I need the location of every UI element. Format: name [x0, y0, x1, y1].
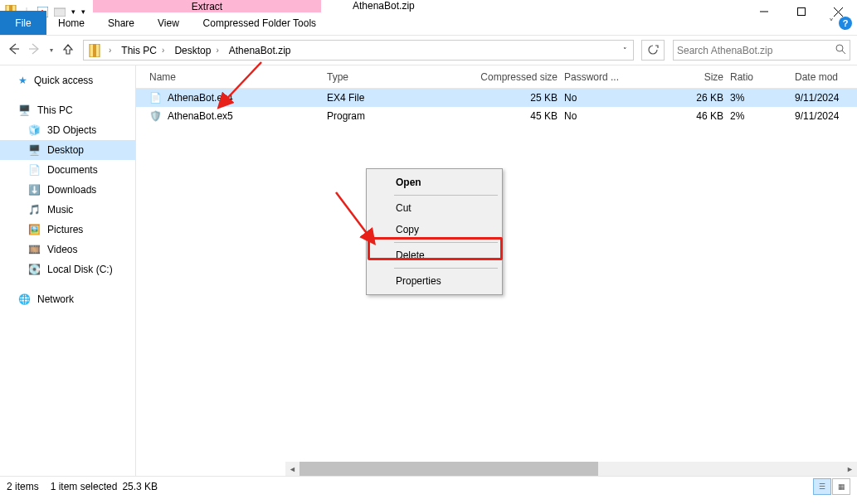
- breadcrumb-sep[interactable]: ›: [158, 46, 168, 55]
- sidebar-network[interactable]: 🌐Network: [0, 289, 135, 309]
- breadcrumb-sep[interactable]: ›: [212, 46, 222, 55]
- file-row[interactable]: 🛡️ AthenaBot.ex5 Program 45 KB No 46 KB …: [136, 107, 857, 125]
- sidebar-item-downloads[interactable]: ⬇️Downloads: [0, 180, 135, 200]
- network-icon: 🌐: [18, 293, 31, 305]
- file-password: No: [564, 92, 627, 104]
- scroll-thumb[interactable]: [299, 462, 598, 476]
- disk-icon: 💽: [28, 264, 41, 275]
- file-tab[interactable]: File: [0, 11, 46, 35]
- sidebar-item-music[interactable]: 🎵Music: [0, 200, 135, 220]
- ribbon-caret-icon[interactable]: ˅: [829, 17, 834, 29]
- file-password: No: [564, 110, 627, 122]
- address-dropdown-icon[interactable]: ˅: [616, 46, 633, 55]
- horizontal-scrollbar[interactable]: ◄ ►: [285, 462, 857, 476]
- status-selected-size: 25.3 KB: [122, 481, 158, 492]
- help-icon[interactable]: ?: [839, 17, 852, 30]
- sidebar-item-videos[interactable]: 🎞️Videos: [0, 240, 135, 259]
- refresh-button[interactable]: [641, 40, 665, 61]
- status-item-count: 2 items: [7, 481, 39, 492]
- breadcrumb-athenabot[interactable]: AthenaBot.zip: [222, 45, 293, 56]
- sidebar-item-3d-objects[interactable]: 🧊3D Objects: [0, 120, 135, 140]
- column-header-ratio[interactable]: Ratio: [730, 71, 795, 83]
- this-pc-icon: 🖥️: [18, 104, 31, 116]
- sidebar-item-desktop[interactable]: 🖥️Desktop: [0, 140, 135, 160]
- share-tab[interactable]: Share: [96, 11, 146, 35]
- context-menu-open[interactable]: Open: [369, 172, 499, 193]
- file-icon: 🛡️: [149, 110, 168, 122]
- search-input[interactable]: Search AthenaBot.zip: [673, 40, 850, 61]
- folder-icon: ⬇️: [28, 184, 41, 196]
- svg-line-13: [842, 51, 845, 54]
- sidebar-item-local-disk[interactable]: 💽Local Disk (C:): [0, 259, 135, 279]
- scroll-left-icon[interactable]: ◄: [285, 465, 299, 473]
- quick-access-icon: ★: [18, 75, 27, 86]
- forward-button[interactable]: [28, 42, 41, 58]
- file-name: AthenaBot.ex4: [168, 92, 327, 104]
- home-tab[interactable]: Home: [46, 11, 96, 35]
- view-details-button[interactable]: ☰: [813, 478, 831, 495]
- file-ratio: 3%: [730, 92, 795, 104]
- column-header-date-modified[interactable]: Date mod: [795, 71, 857, 83]
- view-tab[interactable]: View: [146, 11, 191, 35]
- breadcrumb-sep[interactable]: ›: [105, 46, 114, 55]
- sidebar-this-pc[interactable]: 🖥️This PC: [0, 100, 135, 120]
- file-type: EX4 File: [327, 92, 458, 104]
- file-compressed-size: 45 KB: [458, 110, 564, 122]
- context-menu-cut[interactable]: Cut: [369, 197, 499, 219]
- file-date: 9/11/2024: [795, 110, 857, 122]
- file-icon: 📄: [149, 92, 168, 104]
- file-size: 26 KB: [627, 92, 730, 104]
- search-placeholder: Search AthenaBot.zip: [677, 45, 835, 56]
- file-compressed-size: 25 KB: [458, 92, 564, 104]
- column-header-compressed-size[interactable]: Compressed size: [458, 71, 564, 83]
- breadcrumb-desktop[interactable]: Desktop: [168, 45, 212, 56]
- column-header-size[interactable]: Size: [627, 71, 730, 83]
- status-bar: 2 items 1 item selected 25.3 KB ☰ ▦: [0, 476, 857, 497]
- svg-point-12: [836, 45, 843, 51]
- context-menu-separator: [394, 268, 498, 269]
- search-icon: [835, 44, 846, 57]
- folder-icon: 🎞️: [28, 244, 41, 255]
- sidebar-item-pictures[interactable]: 🖼️Pictures: [0, 220, 135, 240]
- compressed-folder-tools-tab[interactable]: Compressed Folder Tools: [192, 11, 328, 36]
- context-menu: Open Cut Copy Delete Properties: [366, 168, 503, 295]
- column-header-name[interactable]: Name: [149, 71, 327, 83]
- sidebar-item-documents[interactable]: 📄Documents: [0, 160, 135, 180]
- file-size: 46 KB: [627, 110, 730, 122]
- column-headers-row: Name Type Compressed size Password ... S…: [136, 65, 857, 89]
- column-header-type[interactable]: Type: [327, 71, 458, 83]
- status-selected-count: 1 item selected: [51, 481, 118, 492]
- address-folder-icon: [84, 44, 105, 57]
- maximize-button[interactable]: [782, 0, 820, 23]
- annotation-highlight-copy: [368, 237, 503, 260]
- navigation-pane: ★Quick access 🖥️This PC 🧊3D Objects 🖥️De…: [0, 65, 136, 476]
- file-name: AthenaBot.ex5: [168, 110, 327, 122]
- view-thumbnails-button[interactable]: ▦: [832, 478, 850, 495]
- back-button[interactable]: [7, 42, 20, 58]
- svg-rect-11: [93, 44, 96, 57]
- up-button[interactable]: [61, 42, 75, 58]
- recent-dropdown-icon[interactable]: ▾: [50, 46, 53, 54]
- file-ratio: 2%: [730, 110, 795, 122]
- context-menu-separator: [394, 195, 498, 196]
- file-type: Program: [327, 110, 458, 122]
- column-header-password[interactable]: Password ...: [564, 71, 627, 83]
- file-row[interactable]: 📄 AthenaBot.ex4 EX4 File 25 KB No 26 KB …: [136, 89, 857, 107]
- minimize-button[interactable]: [745, 0, 782, 23]
- sidebar-quick-access[interactable]: ★Quick access: [0, 70, 135, 90]
- address-bar[interactable]: › This PC › Desktop › AthenaBot.zip ˅: [83, 40, 634, 61]
- file-date: 9/11/2024: [795, 92, 857, 104]
- folder-icon: 🖼️: [28, 224, 41, 235]
- folder-icon: 🧊: [28, 124, 41, 136]
- scroll-right-icon[interactable]: ►: [843, 465, 857, 473]
- folder-icon: 🎵: [28, 204, 41, 216]
- file-list-pane: Name Type Compressed size Password ... S…: [136, 65, 857, 476]
- context-menu-properties[interactable]: Properties: [369, 270, 499, 292]
- window-title: AthenaBot.zip: [321, 0, 745, 12]
- breadcrumb-this-pc[interactable]: This PC: [114, 45, 158, 56]
- svg-rect-5: [797, 8, 805, 16]
- folder-icon: 📄: [28, 164, 41, 176]
- folder-icon: 🖥️: [28, 144, 41, 156]
